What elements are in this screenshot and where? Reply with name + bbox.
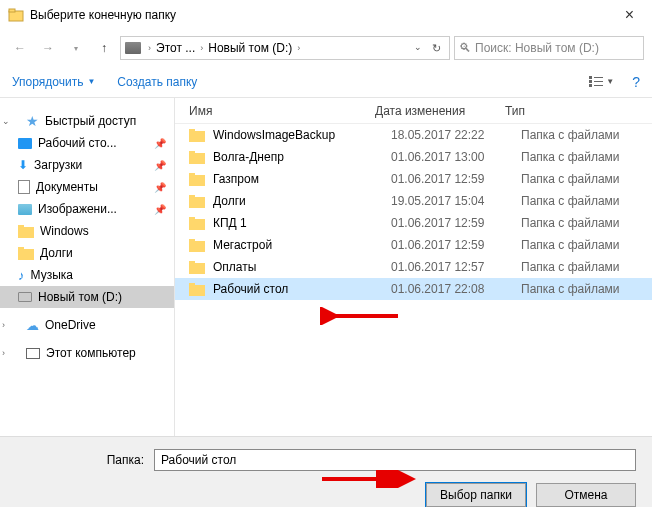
svg-rect-13 <box>189 129 195 132</box>
svg-rect-26 <box>189 285 205 296</box>
table-row[interactable]: Долги19.05.2017 15:04Папка с файлами <box>175 190 652 212</box>
chevron-right-icon: › <box>145 43 154 53</box>
chevron-right-icon: › <box>294 43 303 53</box>
address-bar[interactable]: › Этот ... › Новый том (D:) › ⌄ ↻ <box>120 36 450 60</box>
cancel-button[interactable]: Отмена <box>536 483 636 507</box>
view-options-button[interactable]: ▼ <box>589 76 614 88</box>
sidebar-item-music[interactable]: ♪Музыка <box>0 264 174 286</box>
column-header-name[interactable]: Имя <box>175 104 375 118</box>
svg-rect-2 <box>589 76 592 79</box>
table-row[interactable]: Мегастрой01.06.2017 12:59Папка с файлами <box>175 234 652 256</box>
sidebar-item-debts[interactable]: Долги <box>0 242 174 264</box>
file-type: Папка с файлами <box>521 128 620 142</box>
file-type: Папка с файлами <box>521 172 620 186</box>
file-date: 01.06.2017 12:59 <box>391 172 521 186</box>
sidebar-item-quick-access[interactable]: ⌄★Быстрый доступ <box>0 110 174 132</box>
file-name: Оплаты <box>213 260 391 274</box>
pc-icon <box>26 348 40 359</box>
file-type: Папка с файлами <box>521 150 620 164</box>
svg-rect-20 <box>189 219 205 230</box>
svg-rect-12 <box>189 131 205 142</box>
file-date: 01.06.2017 12:59 <box>391 238 521 252</box>
main-area: ⌄★Быстрый доступ Рабочий сто...📌 ⬇Загруз… <box>0 98 652 436</box>
forward-button: → <box>36 36 60 60</box>
sidebar-item-this-pc[interactable]: ›Этот компьютер <box>0 342 174 364</box>
file-name: Газпром <box>213 172 391 186</box>
file-type: Папка с файлами <box>521 282 620 296</box>
file-date: 01.06.2017 22:08 <box>391 282 521 296</box>
refresh-icon[interactable]: ↻ <box>428 42 445 55</box>
folder-icon <box>189 238 205 252</box>
up-button[interactable]: ↑ <box>92 36 116 60</box>
sidebar-item-new-volume[interactable]: Новый том (D:) <box>0 286 174 308</box>
pin-icon: 📌 <box>154 204 166 215</box>
back-button[interactable]: ← <box>8 36 32 60</box>
svg-rect-9 <box>18 225 24 228</box>
help-button[interactable]: ? <box>632 74 640 90</box>
svg-rect-18 <box>189 197 205 208</box>
bottom-panel: Папка: Выбор папки Отмена <box>0 436 652 507</box>
svg-rect-27 <box>189 283 195 286</box>
folder-icon <box>189 216 205 230</box>
folder-icon <box>189 150 205 164</box>
svg-rect-8 <box>18 227 34 238</box>
folder-label: Папка: <box>16 453 144 467</box>
svg-rect-24 <box>189 263 205 274</box>
folder-icon <box>189 194 205 208</box>
chevron-down-icon: ▼ <box>87 77 95 86</box>
sidebar-item-desktop[interactable]: Рабочий сто...📌 <box>0 132 174 154</box>
address-dropdown-icon[interactable]: ⌄ <box>410 42 426 55</box>
recent-dropdown[interactable]: ▾ <box>64 36 88 60</box>
column-header-type[interactable]: Тип <box>505 104 652 118</box>
svg-rect-19 <box>189 195 195 198</box>
sidebar-item-onedrive[interactable]: ›☁OneDrive <box>0 314 174 336</box>
close-button[interactable]: × <box>615 6 644 24</box>
new-folder-button[interactable]: Создать папку <box>117 75 197 89</box>
sidebar-item-downloads[interactable]: ⬇Загрузки📌 <box>0 154 174 176</box>
folder-icon <box>18 246 34 260</box>
pin-icon: 📌 <box>154 138 166 149</box>
document-icon <box>18 180 30 194</box>
folder-icon <box>189 128 205 142</box>
svg-rect-15 <box>189 151 195 154</box>
organize-menu[interactable]: Упорядочить▼ <box>12 75 95 89</box>
svg-rect-22 <box>189 241 205 252</box>
svg-rect-4 <box>589 84 592 87</box>
column-header-row: Имя Дата изменения Тип <box>175 98 652 124</box>
download-icon: ⬇ <box>18 158 28 172</box>
table-row[interactable]: Оплаты01.06.2017 12:57Папка с файлами <box>175 256 652 278</box>
file-type: Папка с файлами <box>521 194 620 208</box>
toolbar: Упорядочить▼ Создать папку ▼ ? <box>0 66 652 98</box>
file-name: Волга-Днепр <box>213 150 391 164</box>
sidebar-item-documents[interactable]: Документы📌 <box>0 176 174 198</box>
svg-rect-16 <box>189 175 205 186</box>
pin-icon: 📌 <box>154 182 166 193</box>
column-header-date[interactable]: Дата изменения <box>375 104 505 118</box>
sidebar-item-images[interactable]: Изображени...📌 <box>0 198 174 220</box>
file-date: 01.06.2017 13:00 <box>391 150 521 164</box>
sidebar-item-windows[interactable]: Windows <box>0 220 174 242</box>
file-name: Долги <box>213 194 391 208</box>
folder-dialog-icon <box>8 7 24 23</box>
breadcrumb[interactable]: Этот ... <box>154 41 197 55</box>
folder-icon <box>189 282 205 296</box>
pin-icon: 📌 <box>154 160 166 171</box>
table-row[interactable]: КПД 101.06.2017 12:59Папка с файлами <box>175 212 652 234</box>
svg-rect-10 <box>18 249 34 260</box>
file-type: Папка с файлами <box>521 238 620 252</box>
table-row[interactable]: Газпром01.06.2017 12:59Папка с файлами <box>175 168 652 190</box>
drive-icon <box>18 292 32 302</box>
select-folder-button[interactable]: Выбор папки <box>426 483 526 507</box>
table-row[interactable]: Рабочий стол01.06.2017 22:08Папка с файл… <box>175 278 652 300</box>
folder-input[interactable] <box>154 449 636 471</box>
chevron-right-icon: › <box>197 43 206 53</box>
star-icon: ★ <box>26 113 39 129</box>
svg-rect-21 <box>189 217 195 220</box>
search-input[interactable]: 🔍︎ Поиск: Новый том (D:) <box>454 36 644 60</box>
file-name: КПД 1 <box>213 216 391 230</box>
table-row[interactable]: Волга-Днепр01.06.2017 13:00Папка с файла… <box>175 146 652 168</box>
breadcrumb[interactable]: Новый том (D:) <box>206 41 294 55</box>
drive-icon <box>125 42 141 54</box>
svg-rect-1 <box>9 9 15 12</box>
table-row[interactable]: WindowsImageBackup18.05.2017 22:22Папка … <box>175 124 652 146</box>
